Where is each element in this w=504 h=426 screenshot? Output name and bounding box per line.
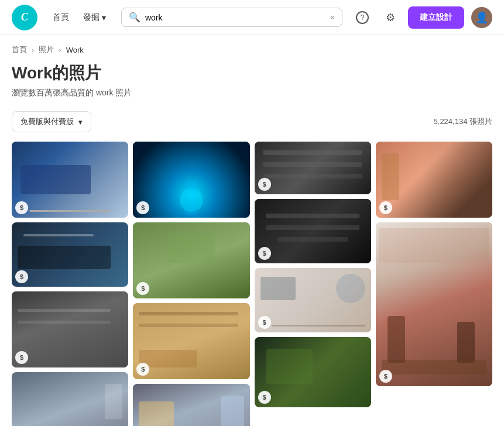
premium-badge: $ [258,316,271,329]
breadcrumb-current: Work [66,46,84,54]
photo-item[interactable]: $ [12,222,128,287]
gear-icon: ⚙ [386,11,395,24]
photo-item[interactable]: $ [133,384,249,426]
filter-label: 免費版與付費版 [20,116,74,127]
premium-badge: $ [379,201,392,214]
chevron-down-icon: ▾ [102,13,106,22]
result-count: 5,224,134 張照片 [434,116,492,127]
photo-item[interactable]: $ [255,268,371,332]
search-icon: 🔍 [129,12,140,23]
premium-badge: $ [15,270,28,283]
gallery-col-3: $ $ [376,142,492,426]
photo-gallery: $ $ $ $ [0,142,504,426]
photo-item[interactable]: $ [12,372,128,426]
breadcrumb-home[interactable]: 首頁 [12,44,27,55]
gallery-col-2: $ $ $ $ [255,142,371,426]
gallery-col-1: $ $ $ $ [133,142,249,426]
premium-badge: $ [379,370,392,383]
breadcrumb-sep-1: › [32,46,34,54]
photo-item[interactable]: $ [255,337,371,407]
photo-item[interactable]: $ [376,142,492,218]
main-header: C 首頁 發掘 ▾ 🔍 × ? ⚙ 建立設計 👤 [0,0,504,35]
filter-dropdown[interactable]: 免費版與付費版 ▾ [12,111,91,132]
search-bar: 🔍 × [121,8,342,27]
help-icon: ? [356,11,369,24]
main-nav: 首頁 發掘 ▾ [47,9,112,26]
filter-chevron-icon: ▾ [78,118,83,126]
breadcrumb-sep-2: › [59,46,61,54]
photo-item[interactable]: $ [255,199,371,263]
create-design-button[interactable]: 建立設計 [408,6,464,29]
premium-badge: $ [258,391,271,404]
search-input[interactable] [145,13,325,22]
premium-badge: $ [15,201,28,214]
premium-badge: $ [258,247,271,260]
breadcrumb: 首頁 › 照片 › Work [0,35,504,60]
nav-explore[interactable]: 發掘 ▾ [77,9,112,26]
photo-item[interactable]: $ [133,303,249,379]
user-avatar[interactable]: 👤 [471,7,492,28]
canva-logo[interactable]: C [12,5,37,30]
premium-badge: $ [258,178,271,191]
photo-item[interactable]: $ [133,222,249,298]
photo-item[interactable]: $ [255,142,371,194]
help-button[interactable]: ? [352,7,373,28]
filter-bar: 免費版與付費版 ▾ 5,224,134 張照片 [0,105,504,142]
header-actions: ? ⚙ 建立設計 👤 [352,6,492,29]
page-title: Work的照片 [12,62,492,84]
page-header: Work的照片 瀏覽數百萬張高品質的 work 照片 [0,60,504,105]
gallery-col-0: $ $ $ $ [12,142,128,426]
settings-button[interactable]: ⚙ [380,7,401,28]
photo-item[interactable]: $ [12,142,128,218]
photo-item[interactable]: $ [133,142,249,218]
page-subtitle: 瀏覽數百萬張高品質的 work 照片 [12,88,492,98]
photo-item[interactable]: $ [376,222,492,386]
photo-item[interactable]: $ [12,291,128,367]
premium-badge: $ [15,351,28,364]
breadcrumb-photos[interactable]: 照片 [39,44,54,55]
nav-home[interactable]: 首頁 [47,9,75,26]
clear-icon[interactable]: × [330,13,335,22]
